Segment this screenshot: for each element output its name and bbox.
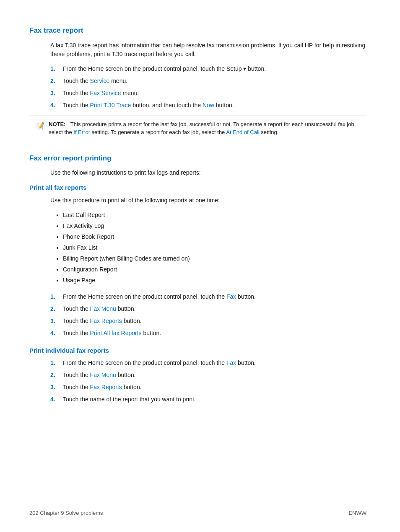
- fax-reports-link-2[interactable]: Fax Reports: [90, 384, 122, 390]
- fax-link-1[interactable]: Fax: [226, 293, 236, 300]
- note-content: NOTE: This procedure prints a report for…: [49, 120, 361, 137]
- list-item: Phone Book Report: [63, 232, 366, 241]
- print-all-step-1: 1. From the Home screen on the product c…: [63, 292, 366, 301]
- print-individual-step-1: 1. From the Home screen on the product c…: [63, 359, 366, 367]
- footer-left: 202 Chapter 9 Solve problems: [29, 509, 103, 517]
- fax-trace-title: Fax trace report: [29, 25, 366, 36]
- fax-trace-step-1: 1. From the Home screen on the product c…: [63, 65, 366, 73]
- fax-link-2[interactable]: Fax: [226, 359, 236, 366]
- print-all-fax-reports-link[interactable]: Print All fax Reports: [90, 330, 142, 336]
- fax-error-intro: Use the following instructions to print …: [50, 168, 366, 177]
- at-end-of-call-link[interactable]: At End of Call: [226, 129, 260, 135]
- fax-trace-section: Fax trace report A fax T.30 trace report…: [29, 25, 366, 141]
- print-all-intro: Use this procedure to print all of the f…: [50, 196, 366, 205]
- list-item: Last Call Report: [63, 211, 366, 220]
- list-item: Billing Report (when Billing Codes are t…: [63, 254, 366, 263]
- print-individual-section: Print individual fax reports 1. From the…: [29, 346, 366, 404]
- print-individual-step-4: 4. Touch the name of the report that you…: [63, 395, 366, 404]
- footer-right: ENWW: [348, 509, 366, 517]
- print-all-steps: 1. From the Home screen on the product c…: [63, 292, 366, 338]
- fax-reports-link-1[interactable]: Fax Reports: [90, 318, 122, 324]
- print-all-bullet-list: Last Call Report Fax Activity Log Phone …: [63, 211, 366, 285]
- print-all-section: Print all fax reports Use this procedure…: [29, 183, 366, 338]
- fax-error-title: Fax error report printing: [29, 153, 366, 164]
- fax-trace-step-4: 4. Touch the Print T.30 Trace button, an…: [63, 101, 366, 110]
- fax-trace-intro: A fax T.30 trace report has information …: [50, 41, 366, 59]
- fax-trace-steps: 1. From the Home screen on the product c…: [63, 65, 366, 110]
- note-icon: 📝: [35, 121, 44, 132]
- now-link[interactable]: Now: [203, 102, 214, 108]
- print-all-step-4: 4. Touch the Print All fax Reports butto…: [63, 329, 366, 338]
- fax-error-section: Fax error report printing Use the follow…: [29, 153, 366, 404]
- list-item: Usage Page: [63, 276, 366, 285]
- note-box: 📝 NOTE: This procedure prints a report f…: [29, 116, 366, 141]
- if-error-link[interactable]: If Error: [73, 129, 90, 135]
- list-item: Configuration Report: [63, 265, 366, 274]
- print-individual-title: Print individual fax reports: [29, 346, 366, 356]
- list-item: Junk Fax List: [63, 243, 366, 252]
- print-individual-step-2: 2. Touch the Fax Menu button.: [63, 371, 366, 380]
- print-t30-trace-link[interactable]: Print T.30 Trace: [90, 102, 131, 108]
- fax-menu-link-2[interactable]: Fax Menu: [90, 372, 116, 378]
- fax-service-link[interactable]: Fax Service: [90, 90, 121, 96]
- fax-trace-step-3: 3. Touch the Fax Service menu.: [63, 89, 366, 98]
- print-all-title: Print all fax reports: [29, 183, 366, 193]
- service-link[interactable]: Service: [90, 77, 110, 84]
- fax-trace-step-2: 2. Touch the Service menu.: [63, 77, 366, 85]
- print-individual-steps: 1. From the Home screen on the product c…: [63, 359, 366, 404]
- page-footer: 202 Chapter 9 Solve problems ENWW: [29, 509, 366, 517]
- print-all-step-3: 3. Touch the Fax Reports button.: [63, 317, 366, 325]
- print-individual-step-3: 3. Touch the Fax Reports button.: [63, 383, 366, 392]
- fax-menu-link-1[interactable]: Fax Menu: [90, 305, 116, 312]
- list-item: Fax Activity Log: [63, 222, 366, 230]
- print-all-step-2: 2. Touch the Fax Menu button.: [63, 305, 366, 313]
